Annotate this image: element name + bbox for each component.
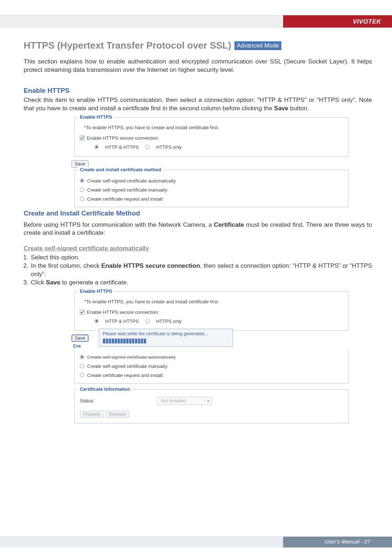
save-button-pressed[interactable]: Save	[72, 335, 89, 342]
steps-list: Select this option. In the first column,…	[24, 254, 372, 287]
step3-bold: Save	[46, 279, 61, 286]
generate-cert-illustration: Enable HTTPS *To enable HTTPS, you have …	[74, 291, 348, 423]
enable-https-fieldset: Enable HTTPS *To enable HTTPS, you have …	[74, 117, 348, 157]
enable-https-legend-2: Enable HTTPS	[78, 288, 114, 294]
radio-http-and-https-2[interactable]	[94, 319, 99, 323]
status-value: Not installed	[157, 398, 204, 403]
save-button[interactable]: Save	[72, 160, 89, 168]
radio-https-only-label-2: HTTPS only	[156, 319, 181, 324]
enable-https-note-2: *To enable HTTPS, you have to create and…	[84, 299, 343, 304]
status-label: Status:	[80, 398, 152, 403]
radio-cert-request[interactable]	[80, 197, 84, 201]
enable-https-heading: Enable HTTPS	[24, 87, 372, 95]
enable-https-checkbox-row: Enable HTTPS secure connection:	[80, 135, 343, 141]
radio-http-and-https[interactable]	[94, 145, 99, 149]
cert-method-legend: Create and install certificate method	[78, 167, 163, 172]
brand-label: VIVOTEK	[353, 18, 381, 25]
radio-https-only-label: HTTPS only	[156, 144, 181, 150]
dropdown-chevron-icon	[204, 399, 212, 403]
step-3: Click Save to generate a certificate.	[30, 279, 372, 287]
save-word-bold: Save	[274, 105, 289, 112]
radio-cert-auto-2[interactable]	[80, 355, 84, 359]
enable-https-checkbox[interactable]	[80, 136, 85, 140]
enable-https-panel-illustration: Enable HTTPS *To enable HTTPS, you have …	[74, 117, 348, 207]
radio-cert-auto-label: Create self-signed certificate automatic…	[87, 178, 176, 184]
enable-https-checkbox-label: Enable HTTPS secure connection:	[87, 135, 159, 141]
step3-a: Click	[31, 279, 46, 286]
radio-cert-manual-label-2: Create self-signed certificate manually:	[87, 364, 168, 369]
enable-https-legend: Enable HTTPS	[78, 114, 114, 120]
status-dropdown[interactable]: Not installed	[157, 397, 212, 405]
connection-mode-radios-2: HTTP & HTTPS HTTPS only	[94, 319, 343, 324]
create-install-para-a: Before using HTTPS for communication wit…	[24, 221, 214, 228]
radio-https-only[interactable]	[145, 145, 150, 149]
radio-https-only-2[interactable]	[145, 319, 150, 323]
radio-cert-manual-2[interactable]	[80, 364, 84, 368]
step-1: Select this option.	[30, 254, 372, 262]
cert-method-fieldset: Create and install certificate method Cr…	[74, 170, 348, 207]
radio-cert-request-label-2: Create certificate request and install:	[87, 373, 164, 378]
create-install-paragraph: Before using HTTPS for communication wit…	[24, 221, 372, 237]
radio-http-and-https-label: HTTP & HTTPS	[105, 144, 139, 150]
step2-bold: Enable HTTPS secure connection	[101, 262, 200, 269]
radio-cert-request-label: Create certificate request and install:	[87, 196, 164, 202]
cert-info-fieldset: Certificate Information Status: Not inst…	[74, 389, 348, 423]
content-area: HTTPS (Hypertext Transfer Protocol over …	[24, 40, 372, 423]
progress-bar	[103, 338, 146, 344]
advanced-mode-badge: Advanced Mode	[234, 41, 282, 50]
enable-https-checkbox-label-2: Enable HTTPS secure connection:	[87, 309, 159, 315]
cert-info-legend: Certificate Information	[78, 386, 132, 392]
radio-cert-auto[interactable]	[80, 178, 84, 183]
enable-https-para-a: Check this item to enable HTTPS communic…	[24, 97, 372, 112]
enable-https-fieldset-2: Enable HTTPS *To enable HTTPS, you have …	[74, 291, 348, 331]
remove-button[interactable]: Remove	[106, 411, 129, 418]
auto-cert-subheading: Create self-signed certificate automatic…	[24, 245, 372, 252]
enable-https-note: *To enable HTTPS, you have to create and…	[84, 125, 343, 130]
radio-cert-manual[interactable]	[80, 188, 84, 192]
enable-https-para-b: button.	[289, 105, 309, 112]
radio-cert-manual-label: Create self-signed certificate manually:	[87, 187, 168, 193]
page-title: HTTPS (Hypertext Transfer Protocol over …	[24, 40, 231, 51]
step2-a: In the first column, check	[31, 262, 101, 269]
step3-b: to generate a certificate.	[60, 279, 128, 286]
footer-text: User's Manual - 27	[325, 538, 370, 545]
radio-cert-auto-label-struck: Create self-signed certificate automatic…	[87, 354, 176, 360]
cre-partial-label: Cre	[73, 343, 89, 349]
progress-text: Please wait while the certificate is bei…	[103, 331, 229, 336]
enable-https-checkbox-2[interactable]	[80, 310, 85, 315]
enable-https-paragraph: Check this item to enable HTTPS communic…	[24, 96, 372, 113]
connection-mode-radios: HTTP & HTTPS HTTPS only	[94, 144, 343, 150]
intro-text: This section explains how to enable auth…	[24, 58, 372, 74]
radio-cert-request-2[interactable]	[80, 373, 84, 377]
progress-dialog: Please wait while the certificate is bei…	[99, 329, 233, 347]
status-row: Status: Not installed	[80, 397, 343, 405]
create-install-heading: Create and Install Certificate Method	[24, 209, 372, 217]
radio-http-and-https-label-2: HTTP & HTTPS	[105, 319, 139, 324]
enable-https-checkbox-row-2: Enable HTTPS secure connection:	[80, 309, 343, 315]
property-button[interactable]: Property	[80, 411, 103, 418]
cert-method-fieldset-2: Create self-signed certificate automatic…	[74, 349, 348, 383]
step-2: In the first column, check Enable HTTPS …	[30, 262, 372, 279]
certificate-word-bold: Certificate	[214, 221, 244, 228]
